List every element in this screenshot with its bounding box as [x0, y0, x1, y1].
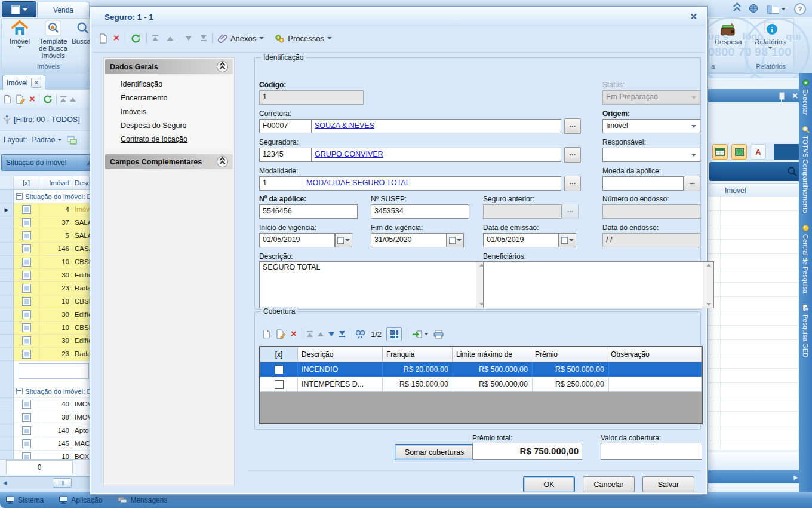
- row-selector[interactable]: [0, 282, 14, 295]
- print-icon[interactable]: [433, 330, 444, 339]
- collapse-group-icon[interactable]: [16, 193, 23, 200]
- view-toggle-button[interactable]: [712, 144, 728, 160]
- imovel-grid-row[interactable]: 145MACEIO: [0, 437, 90, 451]
- nav-group-campos-complementares[interactable]: Campos Complementares: [105, 154, 233, 169]
- last-row-icon[interactable]: [339, 331, 345, 337]
- col-header-descricao[interactable]: Descrição: [298, 347, 383, 362]
- imovel-grid-row[interactable]: ▶4Imóvel A: [0, 203, 90, 216]
- imovel-grid-row[interactable]: 38IMOVEL: [0, 411, 90, 424]
- close-icon[interactable]: ✕: [690, 11, 697, 22]
- imovel-grid-row[interactable]: 5SALA 50: [0, 229, 90, 243]
- imovel-grid-row[interactable]: 37SALA PA: [0, 216, 90, 229]
- minimize-ribbon-icon[interactable]: [734, 5, 740, 13]
- grid-view-toggle[interactable]: [386, 327, 402, 341]
- new-record-icon[interactable]: [99, 33, 108, 44]
- ribbon-button-relatorios[interactable]: i Relatórios: [751, 22, 789, 49]
- responsavel-dropdown[interactable]: [602, 148, 700, 162]
- row-checkbox[interactable]: [22, 244, 31, 253]
- sidetab-executar[interactable]: Executar: [802, 79, 810, 115]
- origem-dropdown[interactable]: Imóvel: [602, 119, 700, 133]
- apolice-field[interactable]: 5546456: [259, 204, 358, 219]
- cobertura-row[interactable]: INCENDIOR$ 20.000,00R$ 500.000,00R$ 500.…: [260, 362, 702, 377]
- scroll-right-icon[interactable]: ▶: [793, 474, 798, 481]
- list-view-toggle-button[interactable]: [731, 144, 747, 160]
- next-row-icon[interactable]: [328, 332, 334, 336]
- row-selector[interactable]: [0, 424, 14, 437]
- row-checkbox[interactable]: [22, 336, 31, 345]
- nav-item-contrato-de-locacao[interactable]: Contrato de locação: [121, 135, 233, 143]
- statusbar-mensagens[interactable]: Mensagens: [118, 496, 167, 504]
- row-selector[interactable]: [0, 398, 14, 411]
- new-row-icon[interactable]: [262, 329, 271, 339]
- layout-select[interactable]: Padrão: [32, 136, 62, 144]
- imovel-grid-row[interactable]: 10CBSK Ita: [0, 322, 90, 335]
- col-header-observacao[interactable]: Observação: [607, 347, 702, 362]
- app-menu-button[interactable]: [2, 1, 36, 17]
- grid-group-row[interactable]: Situação do imóvel: Di: [0, 190, 90, 203]
- close-tab-icon[interactable]: ×: [31, 78, 41, 88]
- row-selector[interactable]: [0, 243, 14, 256]
- imovel-grid-row[interactable]: 10CBSK Ita: [0, 295, 90, 308]
- imovel-grid-row[interactable]: 23Radar S: [0, 282, 90, 295]
- row-selector[interactable]: [0, 335, 14, 348]
- row-selector[interactable]: [0, 437, 14, 451]
- col-header-premio[interactable]: Prêmio: [531, 347, 607, 362]
- processos-button[interactable]: Processos: [274, 33, 332, 44]
- modalidade-name-link[interactable]: MODALIDAE SEGURO TOTAL: [303, 176, 561, 191]
- row-selector[interactable]: [0, 256, 14, 269]
- row-selector[interactable]: ▶: [0, 203, 14, 216]
- delete-row-icon[interactable]: ×: [291, 329, 297, 339]
- previous-row-icon[interactable]: [318, 332, 324, 336]
- scrollbar-thumb[interactable]: [53, 478, 72, 488]
- row-checkbox[interactable]: [22, 439, 31, 448]
- delete-record-icon[interactable]: ×: [29, 94, 35, 104]
- row-checkbox[interactable]: [22, 350, 31, 359]
- nav-item-imoveis[interactable]: Imóveis: [121, 108, 233, 116]
- descricao-textarea[interactable]: SEGURO TOTAL: [259, 261, 487, 308]
- emissao-field[interactable]: 01/05/2019: [483, 233, 559, 247]
- inicio-vigencia-field[interactable]: 01/05/2019: [259, 233, 335, 247]
- row-selector[interactable]: [0, 229, 14, 243]
- next-record-icon[interactable]: [186, 36, 192, 41]
- collapse-icon[interactable]: [217, 61, 228, 72]
- dock-column-header[interactable]: Imóvel: [708, 183, 798, 198]
- sidetab-central-de-pesquisa[interactable]: Central de Pesquisa: [802, 224, 810, 293]
- row-selector[interactable]: [0, 411, 14, 424]
- imovel-grid-row[interactable]: 140Apto 00: [0, 424, 90, 437]
- new-row-cell[interactable]: [19, 363, 89, 379]
- modalidade-lookup-button[interactable]: ...: [564, 176, 581, 191]
- row-checkbox[interactable]: [22, 205, 31, 214]
- row-checkbox[interactable]: [22, 426, 31, 435]
- sidetab-totvs-compartilhamento[interactable]: TOTVS Compartilhamento: [802, 126, 810, 213]
- inicio-datepicker-button[interactable]: [335, 233, 352, 247]
- row-selector[interactable]: [0, 348, 14, 361]
- row-checkbox[interactable]: [22, 323, 31, 332]
- col-header-limite[interactable]: Limite máximo de: [453, 347, 531, 362]
- row-selector[interactable]: [0, 216, 14, 229]
- statusbar-sistema[interactable]: Sistema: [6, 496, 44, 504]
- first-row-icon[interactable]: [307, 331, 313, 337]
- seguradora-code-field[interactable]: 12345: [259, 148, 312, 162]
- ribbon-button-imovel[interactable]: Imóvel: [5, 20, 35, 48]
- row-checkbox[interactable]: [22, 310, 31, 319]
- row-checkbox[interactable]: [22, 400, 31, 409]
- col-header-franquia[interactable]: Franquia: [383, 347, 453, 362]
- corretora-lookup-button[interactable]: ...: [564, 118, 581, 134]
- globe-icon[interactable]: [748, 4, 759, 14]
- ok-button[interactable]: OK: [523, 476, 575, 492]
- pin-icon[interactable]: [779, 92, 785, 100]
- modalidade-code-field[interactable]: 1: [259, 176, 303, 191]
- first-record-icon[interactable]: [152, 35, 158, 41]
- cancelar-button[interactable]: Cancelar: [583, 476, 635, 492]
- nav-item-despesa-do-seguro[interactable]: Despesa do Seguro: [121, 121, 233, 130]
- imovel-grid-row[interactable]: 30Edifício N: [0, 335, 90, 348]
- cobertura-checkbox[interactable]: [275, 365, 284, 374]
- row-selector[interactable]: [0, 322, 14, 335]
- imovel-grid-row[interactable]: 30Edifício N: [0, 308, 90, 322]
- refresh-icon[interactable]: [43, 94, 53, 104]
- dock-horizontal-scrollbar[interactable]: ▶: [708, 470, 799, 483]
- col-header-imovel[interactable]: Imóvel: [39, 176, 72, 189]
- seguradora-lookup-button[interactable]: ...: [564, 147, 581, 163]
- col-header-descricao[interactable]: Descriçã: [72, 176, 90, 189]
- refresh-icon[interactable]: [131, 33, 141, 44]
